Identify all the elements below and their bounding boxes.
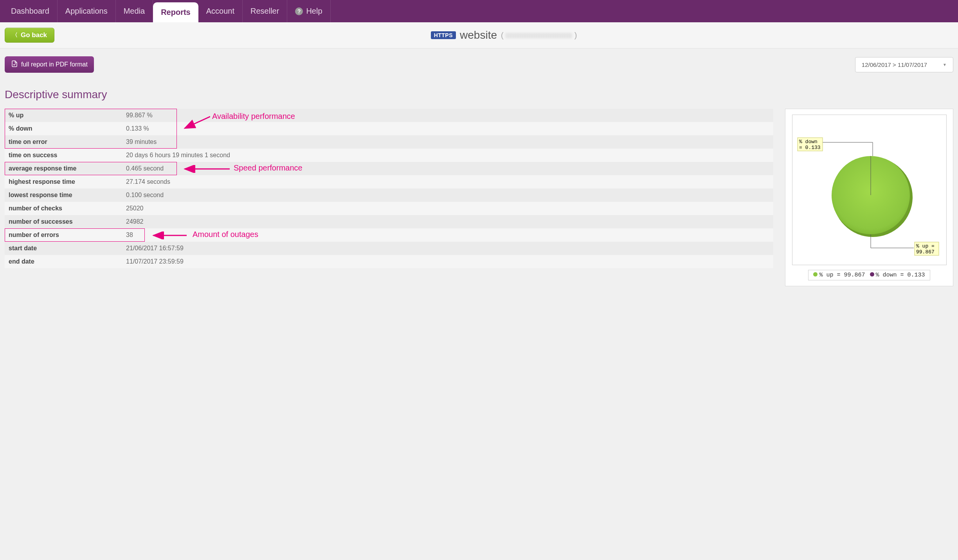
date-range-value: 12/06/2017 > 11/07/2017 <box>862 61 927 68</box>
svg-text:99.867: 99.867 <box>916 249 935 255</box>
https-badge: HTTPS <box>431 31 456 39</box>
redacted-url <box>506 33 572 38</box>
row-key: time on error <box>5 135 122 149</box>
row-key: highest response time <box>5 175 122 188</box>
row-value: 38 <box>122 228 773 242</box>
toolbar-title: HTTPS website ( ) <box>54 29 953 41</box>
table-row: % down0.133 % <box>5 122 773 135</box>
table-row: number of checks25020 <box>5 202 773 215</box>
go-back-button[interactable]: 〈 Go back <box>5 28 54 43</box>
table-row: time on success20 days 6 hours 19 minute… <box>5 149 773 162</box>
date-range-select[interactable]: 12/06/2017 > 11/07/2017 ▼ <box>855 57 953 72</box>
table-row: % up99.867 % <box>5 109 773 122</box>
table-row: highest response time27.174 seconds <box>5 175 773 188</box>
chevron-down-icon: ▼ <box>943 63 947 67</box>
row-key: end date <box>5 255 122 268</box>
row-key: % down <box>5 122 122 135</box>
row-key: lowest response time <box>5 188 122 202</box>
summary-table-wrap: % up99.867 %% down0.133 %time on error39… <box>5 109 773 268</box>
table-row: lowest response time0.100 second <box>5 188 773 202</box>
help-icon: ? <box>295 7 303 15</box>
row-value: 24982 <box>122 215 773 228</box>
row-value: 0.100 second <box>122 188 773 202</box>
dot-up-icon <box>813 272 818 276</box>
row-value: 0.133 % <box>122 122 773 135</box>
pie-chart: % down = 0.133 % up = 99.867 <box>796 119 943 260</box>
pdf-label: full report in PDF format <box>21 61 88 68</box>
pie-wrap: % down = 0.133 % up = 99.867 <box>792 115 947 265</box>
callout-up: % up = 99.867 <box>915 242 939 255</box>
callout-down: % down = 0.133 <box>798 138 823 151</box>
nav-account[interactable]: Account <box>198 0 243 22</box>
row-value: 20 days 6 hours 19 minutes 1 second <box>122 149 773 162</box>
nav-label: Reports <box>161 8 191 17</box>
pdf-report-button[interactable]: full report in PDF format <box>5 56 94 73</box>
site-name: website <box>460 29 497 41</box>
row-value: 27.174 seconds <box>122 175 773 188</box>
legend-down: % down = 0.133 <box>870 272 925 278</box>
actions-row: full report in PDF format 12/06/2017 > 1… <box>5 56 953 73</box>
nav-reseller[interactable]: Reseller <box>243 0 287 22</box>
page-title: Descriptive summary <box>5 88 953 101</box>
legend-up: % up = 99.867 <box>813 272 865 278</box>
two-col: % up99.867 %% down0.133 %time on error39… <box>5 109 953 286</box>
row-value: 99.867 % <box>122 109 773 122</box>
nav-label: Help <box>306 7 322 16</box>
chart-legend: % up = 99.867 % down = 0.133 <box>808 270 930 280</box>
nav-media[interactable]: Media <box>116 0 153 22</box>
nav-dashboard[interactable]: Dashboard <box>3 0 58 22</box>
row-value: 21/06/2017 16:57:59 <box>122 242 773 255</box>
svg-text:% up =: % up = <box>916 243 935 249</box>
nav-label: Applications <box>65 7 108 16</box>
nav-label: Reseller <box>250 7 279 16</box>
nav-help[interactable]: ?Help <box>287 0 330 22</box>
chart-panel-wrap: % down = 0.133 % up = 99.867 % up = 99.8… <box>785 109 953 286</box>
table-row: start date21/06/2017 16:57:59 <box>5 242 773 255</box>
row-value: 39 minutes <box>122 135 773 149</box>
chevron-left-icon: 〈 <box>12 32 18 39</box>
dot-down-icon <box>870 272 874 276</box>
row-key: number of errors <box>5 228 122 242</box>
chart-panel: % down = 0.133 % up = 99.867 % up = 99.8… <box>785 109 953 286</box>
row-key: average response time <box>5 162 122 175</box>
row-value: 11/07/2017 23:59:59 <box>122 255 773 268</box>
pdf-icon <box>11 60 18 69</box>
nav-label: Account <box>206 7 234 16</box>
row-key: number of checks <box>5 202 122 215</box>
summary-table: % up99.867 %% down0.133 %time on error39… <box>5 109 773 268</box>
row-key: time on success <box>5 149 122 162</box>
nav-label: Dashboard <box>11 7 49 16</box>
top-nav: Dashboard Applications Media Reports Acc… <box>0 0 958 22</box>
row-key: number of successes <box>5 215 122 228</box>
row-key: % up <box>5 109 122 122</box>
nav-reports[interactable]: Reports <box>153 2 198 22</box>
content: full report in PDF format 12/06/2017 > 1… <box>0 48 958 294</box>
go-back-label: Go back <box>21 31 47 39</box>
nav-applications[interactable]: Applications <box>58 0 116 22</box>
toolbar: 〈 Go back HTTPS website ( ) <box>0 22 958 48</box>
table-row: average response time0.465 second <box>5 162 773 175</box>
svg-text:= 0.133: = 0.133 <box>799 145 821 151</box>
row-value: 0.465 second <box>122 162 773 175</box>
row-key: start date <box>5 242 122 255</box>
svg-text:% down: % down <box>799 139 818 145</box>
table-row: number of errors38 <box>5 228 773 242</box>
table-row: number of successes24982 <box>5 215 773 228</box>
site-url: ( ) <box>501 31 577 40</box>
table-row: time on error39 minutes <box>5 135 773 149</box>
table-row: end date11/07/2017 23:59:59 <box>5 255 773 268</box>
nav-label: Media <box>124 7 145 16</box>
row-value: 25020 <box>122 202 773 215</box>
